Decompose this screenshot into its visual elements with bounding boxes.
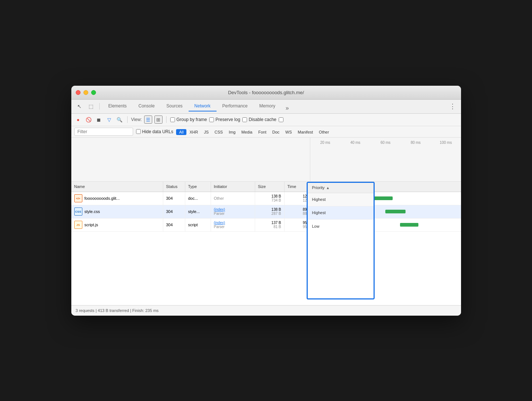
view-label: View: [131,117,142,122]
more-tabs-button[interactable]: » [283,105,292,111]
camera-button[interactable]: ◼ [95,116,103,124]
cell-size-2: 137 B 81 B [255,219,285,231]
filter-input[interactable] [74,128,133,136]
top-toolbar: ↖ ⬚ Elements Console Sources Network Per… [71,100,461,114]
filter-button[interactable]: ▽ [105,116,113,124]
record-button[interactable]: ● [74,116,82,124]
network-toolbar: ● 🚫 ◼ ▽ 🔍 View: ☰ ⊞ Group by frame Prese… [71,114,461,126]
header-size[interactable]: Size [255,182,285,192]
tab-network[interactable]: Network [189,101,217,111]
file-icon-html: </> [74,194,82,202]
group-by-frame-checkbox[interactable]: Group by frame [170,117,207,122]
cell-name-2: JS script.js [71,219,163,231]
header-name[interactable]: Name [71,182,163,192]
table-row[interactable]: </> fooooooooods.glit... 304 doc... Othe… [71,192,461,205]
ruler-mark-40ms: 40 ms [340,141,371,145]
priority-overlay-header: Priority ▲ [308,183,374,193]
priority-column-overlay: Priority ▲ Highest Highest Low [307,182,375,299]
filter-doc[interactable]: Doc [269,129,282,135]
file-icon-css: CSS [74,207,82,216]
cell-type-0: doc... [185,192,211,205]
device-icon[interactable]: ⬚ [86,102,96,111]
header-status[interactable]: Status [163,182,185,192]
table-row[interactable]: JS script.js 304 script (index) Parser 1… [71,219,461,232]
status-bar: 3 requests | 413 B transferred | Finish:… [71,305,461,316]
filter-bar: Hide data URLs All XHR JS CSS Img Media … [71,126,461,138]
view-list-button[interactable]: ☰ [144,116,152,124]
ruler-mark-80ms: 80 ms [401,141,431,145]
ruler-left [71,138,310,181]
timeline-ruler: 20 ms 40 ms 60 ms 80 ms 100 ms [71,138,461,182]
close-button[interactable] [76,90,81,95]
devtools-window: DevTools - fooooooooods.glitch.me/ ↖ ⬚ E… [71,86,461,316]
filter-font[interactable]: Font [255,129,269,135]
cell-size-0: 138 B 734 B [255,192,285,205]
filter-img[interactable]: Img [226,129,238,135]
cell-type-2: script [185,219,211,231]
filter-all[interactable]: All [176,129,186,135]
view-group-button[interactable]: ⊞ [154,116,163,124]
filter-js[interactable]: JS [201,129,212,135]
offline-checkbox[interactable] [279,117,283,122]
priority-row-2: Low [308,220,374,233]
panel-tabs: Elements Console Sources Network Perform… [103,101,446,111]
traffic-lights [76,90,96,95]
priority-sort-icon: ▲ [326,186,330,190]
clear-button[interactable]: 🚫 [85,116,93,124]
cell-status-0: 304 [163,192,185,205]
filter-other[interactable]: Other [316,129,332,135]
search-button[interactable]: 🔍 [115,116,124,124]
priority-row-1: Highest [308,206,374,220]
toolbar-divider-2 [166,116,167,123]
preserve-log-checkbox[interactable]: Preserve log [209,117,240,122]
tab-elements[interactable]: Elements [103,101,133,111]
devtools-menu-button[interactable]: ⋮ [447,102,458,110]
tab-memory[interactable]: Memory [253,101,281,111]
window-title: DevTools - fooooooooods.glitch.me/ [228,90,304,95]
header-type[interactable]: Type [185,182,211,192]
filter-ws[interactable]: WS [282,129,295,135]
table-row[interactable]: CSS style.css 304 style... (index) Parse… [71,205,461,219]
tab-performance[interactable]: Performance [217,101,254,111]
filter-xhr[interactable]: XHR [186,129,201,135]
filter-manifest[interactable]: Manifest [295,129,316,135]
ruler-mark-100ms: 100 ms [431,141,461,145]
header-initiator[interactable]: Initiator [211,182,255,192]
waterfall-bar-2 [400,223,418,227]
tab-sources[interactable]: Sources [161,101,189,111]
cell-status-1: 304 [163,205,185,218]
cell-name-0: </> fooooooooods.glit... [71,192,163,205]
cell-name-1: CSS style.css [71,205,163,218]
cell-initiator-0: Other [211,192,255,205]
status-text: 3 requests | 413 B transferred | Finish:… [76,308,159,313]
cell-initiator-1: (index) Parser [211,205,255,218]
filter-css[interactable]: CSS [212,129,226,135]
network-table: Name Status Type Initiator Size Time Pri… [71,182,461,305]
toolbar-divider [99,103,100,110]
disable-cache-checkbox[interactable]: Disable cache [242,117,276,122]
filter-type-buttons: All XHR JS CSS Img Media Font Doc WS Man… [176,129,332,135]
titlebar: DevTools - fooooooooods.glitch.me/ [71,86,461,100]
ruler-right: 20 ms 40 ms 60 ms 80 ms 100 ms [310,138,461,181]
tab-console[interactable]: Console [133,101,161,111]
filter-media[interactable]: Media [239,129,256,135]
maximize-button[interactable] [91,90,96,95]
cell-status-2: 304 [163,219,185,231]
cell-type-1: style... [185,205,211,218]
table-header: Name Status Type Initiator Size Time Pri… [71,182,461,192]
file-icon-js: JS [74,221,82,229]
hide-data-urls-checkbox[interactable]: Hide data URLs [136,129,174,134]
empty-table-area [71,232,461,305]
ruler-mark-60ms: 60 ms [371,141,401,145]
toolbar-divider-1 [127,116,128,123]
minimize-button[interactable] [83,90,88,95]
cell-initiator-2: (index) Parser [211,219,255,231]
cursor-icon[interactable]: ↖ [74,102,85,111]
priority-row-0: Highest [308,193,374,206]
cell-size-1: 138 B 287 B [255,205,285,218]
waterfall-bar-1 [385,210,406,213]
ruler-mark-20ms: 20 ms [310,141,340,145]
